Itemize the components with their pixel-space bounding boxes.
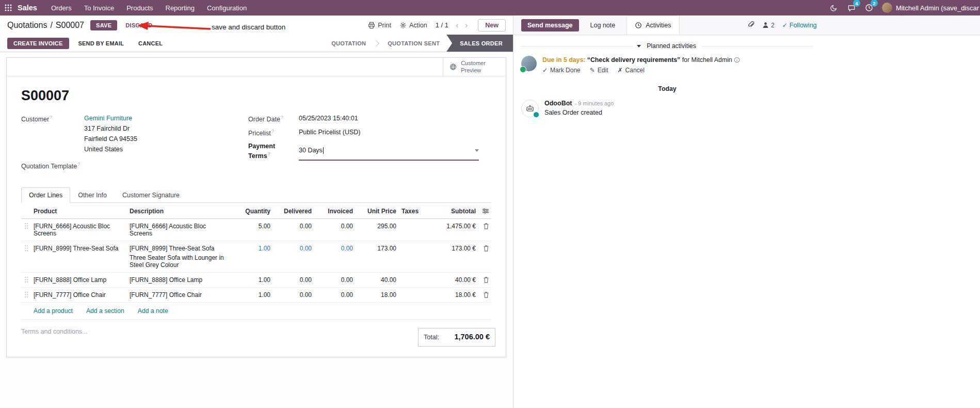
divider-line: [701, 46, 813, 46]
delete-row-icon[interactable]: [483, 223, 489, 229]
create-invoice-button[interactable]: CREATE INVOICE: [7, 38, 69, 49]
header-unit-price[interactable]: Unit Price: [353, 208, 396, 215]
header-subtotal[interactable]: Subtotal: [422, 208, 476, 215]
cell-invoiced[interactable]: 0.00: [312, 276, 353, 284]
cell-quantity[interactable]: 1.00: [232, 245, 270, 252]
delete-row-icon[interactable]: [483, 276, 489, 283]
drag-handle-icon[interactable]: [24, 276, 28, 283]
app-name[interactable]: Sales: [18, 4, 37, 12]
tab-other-info[interactable]: Other Info: [70, 187, 115, 203]
cell-product[interactable]: [FURN_6666] Acoustic Bloc Screens: [34, 223, 130, 237]
cell-description[interactable]: [FURN_7777] Office Chair: [130, 291, 232, 299]
cell-product[interactable]: [FURN_7777] Office Chair: [34, 291, 130, 299]
customer-preview-button[interactable]: Customer Preview: [443, 58, 506, 76]
cell-product[interactable]: [FURN_8888] Office Lamp: [34, 276, 130, 284]
header-quantity[interactable]: Quantity: [232, 208, 270, 215]
order-date-field[interactable]: 05/25/2023 15:40:01: [299, 114, 358, 124]
attachment-paperclip-icon[interactable]: [747, 21, 754, 29]
cell-unit-price[interactable]: 173.00: [353, 245, 396, 252]
user-menu[interactable]: Mitchell Admin (save_discar: [879, 3, 979, 13]
help-icon[interactable]: ?: [268, 151, 271, 156]
drag-handle-icon[interactable]: [24, 223, 28, 229]
cell-description[interactable]: [FURN_8999] Three-Seat SofaThree Seater …: [130, 245, 232, 269]
cell-invoiced[interactable]: 0.00: [312, 245, 353, 252]
print-button[interactable]: Print: [368, 22, 391, 29]
send-by-email-button[interactable]: SEND BY EMAIL: [73, 38, 130, 49]
chatter-tools: 2 ✓ Following: [747, 15, 817, 35]
cell-quantity[interactable]: 1.00: [232, 291, 270, 299]
mark-done-button[interactable]: ✓ Mark Done: [542, 67, 581, 74]
menu-configuration[interactable]: Configuration: [201, 2, 252, 14]
cancel-order-button[interactable]: CANCEL: [133, 38, 168, 49]
delete-row-icon[interactable]: [483, 245, 489, 252]
pager-previous-icon[interactable]: ‹: [454, 21, 461, 29]
breadcrumb-parent[interactable]: Quotations: [7, 21, 47, 30]
new-record-button[interactable]: New: [478, 19, 506, 32]
menu-to-invoice[interactable]: To Invoice: [78, 2, 120, 14]
table-row: [FURN_8999] Three-Seat Sofa [FURN_8999] …: [21, 241, 491, 273]
help-icon[interactable]: ?: [281, 115, 283, 120]
customer-link[interactable]: Gemini Furniture: [84, 115, 132, 122]
delete-row-icon[interactable]: [483, 291, 489, 298]
cell-delivered[interactable]: 0.00: [270, 223, 312, 230]
save-button[interactable]: SAVE: [90, 20, 117, 30]
menu-products[interactable]: Products: [121, 2, 158, 14]
help-icon[interactable]: ?: [271, 129, 274, 134]
cell-quantity[interactable]: 1.00: [232, 276, 270, 284]
header-invoiced[interactable]: Invoiced: [312, 208, 353, 215]
drag-handle-icon[interactable]: [24, 245, 28, 252]
cell-product[interactable]: [FURN_8999] Three-Seat Sofa: [34, 245, 130, 252]
cell-delivered[interactable]: 0.00: [270, 276, 312, 284]
cell-unit-price[interactable]: 295.00: [353, 223, 396, 230]
add-note-link[interactable]: Add a note: [138, 307, 168, 315]
cell-delivered[interactable]: 0.00: [270, 291, 312, 299]
apps-grid-icon[interactable]: [0, 0, 17, 15]
info-icon[interactable]: [734, 57, 740, 63]
menu-orders[interactable]: Orders: [45, 2, 77, 14]
activities-clock-icon[interactable]: 2: [861, 1, 877, 14]
planned-activities-header[interactable]: Planned activities: [521, 42, 813, 50]
stage-sales-order-active[interactable]: SALES ORDER: [446, 35, 513, 52]
discard-button[interactable]: DISCARD: [121, 20, 156, 30]
payment-terms-field[interactable]: 30 Days: [299, 142, 479, 161]
dropdown-caret-icon[interactable]: [475, 149, 479, 152]
action-menu-button[interactable]: Action: [399, 22, 427, 29]
activities-tab[interactable]: Activities: [626, 15, 679, 35]
menu-reporting[interactable]: Reporting: [160, 2, 200, 14]
cell-quantity[interactable]: 5.00: [232, 223, 270, 230]
messages-icon[interactable]: 4: [844, 1, 859, 14]
optional-columns-icon[interactable]: [482, 208, 489, 214]
cell-invoiced[interactable]: 0.00: [312, 291, 353, 299]
followers-button[interactable]: 2: [762, 22, 775, 29]
edit-activity-button[interactable]: ✎ Edit: [590, 67, 608, 74]
header-description[interactable]: Description: [130, 208, 232, 215]
help-icon[interactable]: ?: [77, 162, 80, 167]
stage-quotation[interactable]: QUOTATION: [325, 35, 373, 52]
add-section-link[interactable]: Add a section: [86, 307, 124, 315]
terms-and-conditions-input[interactable]: Terms and conditions...: [21, 328, 88, 335]
dark-mode-moon-icon[interactable]: [826, 1, 842, 14]
add-product-link[interactable]: Add a product: [34, 307, 73, 315]
cell-delivered[interactable]: 0.00: [270, 245, 312, 252]
stage-quotation-sent[interactable]: QUOTATION SENT: [381, 35, 446, 52]
cell-description[interactable]: [FURN_6666] Acoustic Bloc Screens: [130, 223, 232, 237]
cell-description[interactable]: [FURN_8888] Office Lamp: [130, 276, 232, 284]
pricelist-field[interactable]: Public Pricelist (USD): [299, 128, 360, 138]
log-note-button[interactable]: Log note: [586, 19, 620, 32]
tab-order-lines[interactable]: Order Lines: [21, 187, 70, 203]
following-button[interactable]: ✓ Following: [782, 22, 817, 29]
tab-customer-signature[interactable]: Customer Signature: [115, 187, 187, 203]
send-message-button[interactable]: Send message: [521, 19, 579, 32]
cell-invoiced[interactable]: 0.00: [312, 223, 353, 230]
pager-next-icon[interactable]: ›: [463, 21, 470, 29]
header-product[interactable]: Product: [34, 208, 130, 215]
help-icon[interactable]: ?: [50, 115, 52, 120]
cell-unit-price[interactable]: 40.00: [353, 276, 396, 284]
drag-handle-icon[interactable]: [24, 291, 28, 298]
form-view-region: Quotations / S00007 SAVE DISCARD Print A…: [0, 15, 513, 408]
cell-unit-price[interactable]: 18.00: [353, 291, 396, 299]
header-delivered[interactable]: Delivered: [270, 208, 312, 215]
message-author[interactable]: OdooBot: [544, 100, 572, 107]
header-taxes[interactable]: Taxes: [396, 208, 422, 215]
cancel-activity-button[interactable]: ✗ Cancel: [618, 67, 645, 74]
